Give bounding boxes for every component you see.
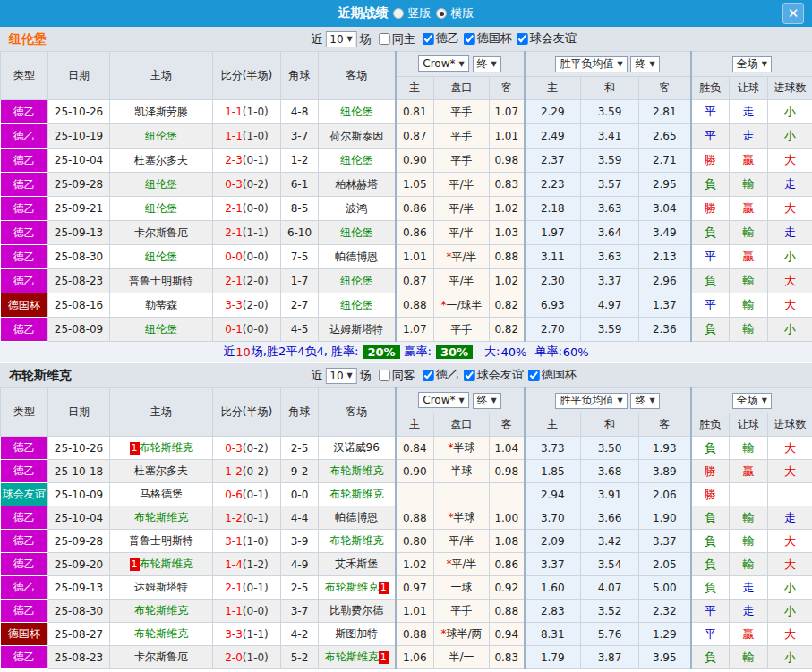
odds-time-select[interactable]: 终▼: [473, 393, 501, 409]
league-filter[interactable]: 德国杯: [464, 30, 512, 47]
bookmaker-select[interactable]: Crow*▼: [418, 55, 468, 72]
avg-away: 1.93: [639, 437, 691, 460]
scope-select[interactable]: 全场▼: [732, 56, 772, 72]
scope-select[interactable]: 全场▼: [732, 393, 772, 409]
chevron-down-icon: ▼: [347, 371, 353, 379]
handicap-result-cell: 輸: [730, 553, 768, 576]
col-goals: 进球数: [768, 77, 812, 100]
league-checkbox[interactable]: [423, 33, 434, 45]
corner-cell: 2-5: [281, 437, 319, 460]
match-row: 德乙 25-09-28 纽伦堡 0-3(0-2) 6-1 柏林赫塔 1.05 平…: [1, 173, 812, 197]
odds-away: 0.82: [490, 293, 525, 318]
same-venue-checkbox[interactable]: [379, 370, 390, 381]
chevron-down-icon: ▼: [459, 60, 465, 68]
league-checkbox[interactable]: [464, 370, 475, 381]
avg-away: 5.00: [639, 576, 691, 600]
avg-select[interactable]: 胜平负均值▼: [555, 393, 627, 409]
league-checkbox[interactable]: [464, 33, 475, 45]
odds-home: 0.97: [396, 576, 434, 600]
league-filter[interactable]: 德乙: [423, 30, 459, 47]
page-title: 近期战绩: [338, 5, 389, 21]
home-team: 普鲁士明斯特: [110, 530, 213, 553]
home-team: 布轮斯维克: [110, 600, 213, 623]
corner-cell: 3-7: [281, 600, 319, 623]
win-loss-cell: 平: [691, 124, 730, 149]
odds-handicap: *球半/两: [434, 623, 490, 646]
odds-away: 1.07: [490, 100, 525, 124]
away-team: 艾禾斯堡: [319, 553, 396, 576]
avg-home: 2.70: [525, 318, 581, 342]
win-loss-cell: 負: [691, 506, 730, 530]
score-cell: 2-1(0-1): [213, 576, 281, 600]
handicap-result-cell: 贏: [730, 149, 768, 173]
corner-cell: 4-4: [281, 506, 319, 530]
chevron-down-icon: ▼: [617, 60, 622, 68]
avg-time-select[interactable]: 终▼: [630, 393, 659, 409]
avg-away: 2.96: [639, 269, 691, 293]
vertical-layout-label[interactable]: 竖版: [408, 5, 432, 21]
same-venue-filter[interactable]: 同客: [379, 368, 415, 384]
league-checkbox[interactable]: [423, 370, 434, 381]
match-date: 25-10-19: [48, 124, 110, 149]
home-team: 纽伦堡: [110, 173, 213, 197]
away-team: 帕德博恩: [319, 506, 396, 530]
win-loss-cell: 勝: [691, 197, 730, 221]
corner-cell: 2-5: [281, 576, 319, 600]
score-cell: 2-1(0-0): [213, 197, 281, 221]
avg-home: 2.30: [525, 269, 581, 293]
avg-draw: 3.50: [581, 437, 639, 460]
rounds-select[interactable]: 10▼: [325, 31, 356, 47]
league-filter[interactable]: 球会友谊: [464, 367, 524, 383]
avg-draw: 3.37: [581, 269, 639, 293]
same-venue-filter[interactable]: 同主: [379, 31, 415, 47]
win-loss-cell: 負: [691, 646, 730, 669]
avg-draw: 3.91: [581, 483, 639, 506]
close-icon[interactable]: ✕: [782, 3, 804, 24]
score-cell: 1-1(1-0): [213, 100, 281, 124]
odds-home: 0.88: [396, 623, 434, 646]
league-checkbox[interactable]: [528, 370, 540, 381]
avg-away: 2.13: [639, 245, 691, 269]
league-filter[interactable]: 球会友谊: [517, 30, 577, 47]
goals-result-cell: 大: [768, 623, 812, 646]
vertical-layout-radio[interactable]: [393, 8, 404, 19]
odds-home: 0.87: [396, 269, 434, 293]
odds-group-header: Crow*▼ 终▼: [396, 52, 525, 77]
score-cell: 2-3(0-1): [213, 149, 281, 173]
same-venue-checkbox[interactable]: [379, 33, 390, 45]
goals-result-cell: [768, 483, 812, 506]
avg-away: 3.49: [639, 221, 691, 245]
league-filter[interactable]: 德国杯: [528, 367, 577, 383]
avg-away: 2.95: [639, 173, 691, 197]
away-team: 纽伦堡: [319, 269, 396, 293]
corner-cell: 9-2: [281, 460, 319, 483]
horizontal-layout-radio[interactable]: [436, 8, 447, 19]
avg-select[interactable]: 胜平负均值▼: [555, 56, 627, 72]
bookmaker-select[interactable]: Crow*▼: [418, 392, 468, 408]
corner-cell: 4-8: [281, 100, 319, 124]
goals-result-cell: 小: [768, 576, 812, 600]
rounds-select[interactable]: 10▼: [325, 368, 356, 384]
goals-result-cell: 大: [768, 460, 812, 483]
avg-away: 2.65: [639, 124, 691, 149]
result-group-header: 全场▼: [691, 52, 812, 77]
avg-away: 2.81: [639, 100, 691, 124]
rank-badge: 1: [130, 558, 140, 571]
league-type-badge: 德乙: [1, 318, 48, 342]
horizontal-layout-label[interactable]: 横版: [451, 5, 474, 21]
league-filter[interactable]: 德乙: [423, 367, 459, 383]
games-label: 场: [360, 368, 372, 384]
match-row: 德乙 25-09-20 1布轮斯维克 1-4(1-2) 4-9 艾禾斯堡 1.0…: [1, 553, 812, 576]
avg-draw: 3.52: [581, 600, 639, 623]
odds-time-select[interactable]: 终▼: [473, 56, 501, 72]
league-checkbox[interactable]: [517, 33, 528, 45]
goals-result-cell: 大: [768, 530, 812, 553]
col-type: 类型: [1, 52, 48, 100]
avg-away: 3.37: [639, 530, 691, 553]
handicap-result-cell: 輸: [730, 221, 768, 245]
corner-cell: 4-5: [281, 318, 319, 342]
avg-time-select[interactable]: 终▼: [630, 56, 659, 72]
score-cell: 1-1(1-0): [213, 124, 281, 149]
col-odds-away: 客: [490, 413, 525, 437]
away-team: 纽伦堡: [319, 293, 396, 318]
